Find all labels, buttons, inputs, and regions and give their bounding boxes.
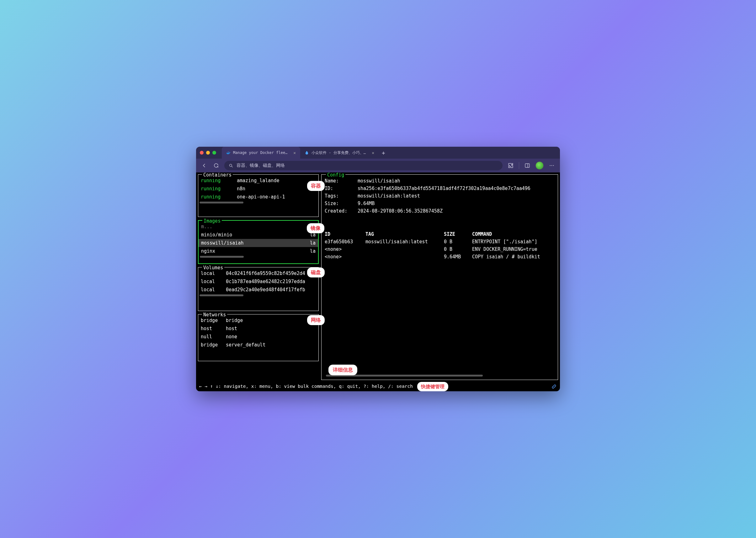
tab-active[interactable]: Manage your Docker fleet with ✕: [222, 147, 300, 159]
scrollbar[interactable]: [198, 201, 319, 204]
left-column: Containers runningamazing_lalande runnin…: [198, 174, 319, 380]
panel-title: Networks: [202, 311, 227, 319]
svg-point-3: [552, 165, 552, 166]
history-row[interactable]: <none> 9.64MB COPY isaiah / # buildkit: [325, 253, 554, 260]
config-row: Tags:mosswill/isaiah:latest: [325, 192, 554, 200]
panel-title: Config: [326, 173, 345, 179]
address-bar[interactable]: 容器、镜像、磁盘、网络: [224, 161, 502, 170]
image-row[interactable]: nginxla: [199, 247, 318, 255]
annotation-badge: 详细信息: [328, 365, 357, 375]
panel-title: Volumes: [202, 264, 224, 272]
volume-row[interactable]: local0ead29c2a40e9ed48f404f17fefb: [198, 286, 319, 294]
extensions-button[interactable]: [507, 162, 514, 169]
back-button[interactable]: [201, 162, 208, 169]
footer-bar: ← → ↑ ↓: navigate, x: menu, b: view bulk…: [196, 382, 560, 391]
volume-row[interactable]: local0c1b787ea489ae62482c2197edda: [198, 278, 319, 286]
droplet-icon: [305, 150, 309, 155]
browser-window: Manage your Docker fleet with ✕ 小众软件 - 分…: [196, 147, 560, 391]
image-row-selected[interactable]: mosswill/isaiahla: [199, 239, 318, 247]
tab-title: Manage your Docker fleet with: [233, 150, 290, 155]
scrollbar[interactable]: [325, 374, 554, 377]
network-row[interactable]: hosthost: [198, 325, 319, 333]
network-row[interactable]: nullnone: [198, 333, 319, 341]
config-row: Name:mosswill/isaiah: [325, 177, 554, 185]
volumes-panel[interactable]: Volumes local04c0241f6f6a9559c82bf459e2d…: [198, 267, 319, 311]
close-tab-icon[interactable]: ✕: [293, 150, 296, 155]
maximize-window-button[interactable]: [212, 151, 216, 155]
tab-title: 小众软件 - 分享免费、小巧、实用: [312, 150, 368, 155]
docker-icon: [226, 150, 231, 155]
keyboard-hints: ← → ↑ ↓: navigate, x: menu, b: view bulk…: [199, 383, 413, 390]
containers-panel[interactable]: Containers runningamazing_lalande runnin…: [198, 174, 319, 217]
svg-point-2: [550, 165, 551, 166]
link-icon[interactable]: [551, 384, 557, 389]
history-row[interactable]: e3fa650b63 mosswill/isaiah:latest 0 B EN…: [325, 238, 554, 245]
sidebar-toggle-button[interactable]: [524, 162, 531, 169]
right-column: Config Name:mosswill/isaiah ID:sha256:e3…: [321, 174, 558, 380]
networks-panel[interactable]: Networks bridgebridge hosthost nullnone …: [198, 314, 319, 361]
divider: [519, 162, 519, 169]
svg-rect-1: [525, 164, 530, 167]
scrollbar[interactable]: [199, 255, 318, 258]
config-panel: Config Name:mosswill/isaiah ID:sha256:e3…: [321, 174, 558, 380]
scrollbar[interactable]: [198, 294, 319, 297]
image-row[interactable]: minio/miniola: [199, 231, 318, 239]
config-row: Size:9.64MB: [325, 200, 554, 207]
svg-point-0: [230, 164, 232, 167]
networks-list: bridgebridge hosthost nullnone bridgeser…: [198, 316, 319, 349]
reload-button[interactable]: [212, 162, 220, 169]
address-text: 容器、镜像、磁盘、网络: [237, 163, 285, 168]
minimize-window-button[interactable]: [206, 151, 210, 155]
menu-button[interactable]: [548, 162, 555, 169]
config-row: Created:2024-08-29T08:06:56.352867458Z: [325, 207, 554, 215]
volumes-list: local04c0241f6f6a9559c82bf459e2d4 local0…: [198, 269, 319, 294]
container-row[interactable]: runningn8n: [198, 185, 319, 193]
close-window-button[interactable]: [200, 151, 204, 155]
annotation-badge: 快捷键管理: [417, 382, 448, 391]
window-controls: [200, 151, 216, 155]
app-viewport: Containers runningamazing_lalande runnin…: [196, 173, 560, 391]
container-row[interactable]: runningone-api-one-api-1: [198, 193, 319, 201]
images-panel[interactable]: Images m...10 minio/miniola mosswill/isa…: [198, 220, 319, 264]
new-tab-button[interactable]: +: [378, 147, 388, 159]
panel-title: Images: [202, 217, 222, 225]
containers-list: runningamazing_lalande runningn8n runnin…: [198, 177, 319, 201]
main-layout: Containers runningamazing_lalande runnin…: [196, 173, 560, 382]
images-list: m...10 minio/miniola mosswill/isaiahla n…: [199, 223, 318, 255]
config-row: ID:sha256:e3fa650b6337ab4fd5547181adf4f7…: [325, 185, 554, 192]
search-icon: [229, 163, 233, 168]
tab-strip: Manage your Docker fleet with ✕ 小众软件 - 分…: [222, 147, 556, 159]
profile-avatar[interactable]: [536, 161, 544, 170]
history-header: ID TAG SIZE COMMAND: [325, 231, 554, 238]
titlebar: Manage your Docker fleet with ✕ 小众软件 - 分…: [196, 147, 560, 159]
tab-inactive[interactable]: 小众软件 - 分享免费、小巧、实用 ✕: [300, 147, 378, 159]
history-row[interactable]: <none> 0 B ENV DOCKER_RUNNING=true: [325, 245, 554, 253]
svg-point-4: [553, 165, 554, 166]
close-tab-icon[interactable]: ✕: [372, 150, 374, 155]
browser-toolbar: 容器、镜像、磁盘、网络: [196, 159, 560, 173]
panel-title: Containers: [202, 173, 233, 179]
network-row[interactable]: bridgeserver_default: [198, 341, 319, 349]
